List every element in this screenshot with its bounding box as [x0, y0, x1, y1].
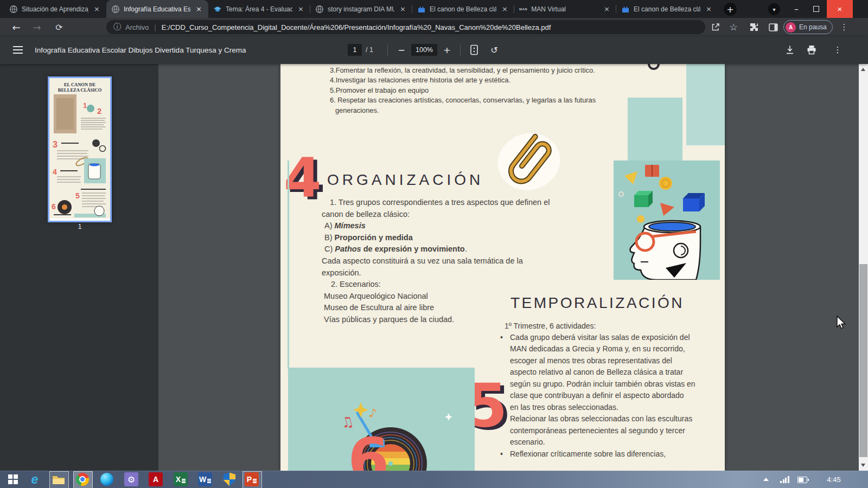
svg-text:5: 5 [75, 191, 80, 200]
tab-search-button[interactable]: ▾ [768, 3, 780, 15]
tab-canon-belleza-2[interactable]: El canon de Belleza clási × [616, 0, 718, 18]
ie-glyph: e [31, 472, 39, 487]
tab-story-instagram[interactable]: story instagram DIA MU × [310, 0, 412, 18]
pdf-menu-button[interactable] [13, 46, 23, 54]
scroll-down-arrow[interactable] [861, 464, 865, 467]
page-number-input[interactable]: 1 [348, 44, 362, 56]
section-heading-organizacion: ORGANIZACIÓN [327, 171, 483, 189]
deco-teal-band [628, 98, 682, 160]
tab-infografia-active[interactable]: Infografía Educativa Esc × [106, 0, 208, 18]
scrollbar-thumb[interactable] [859, 264, 867, 457]
address-bar[interactable]: ⓘ Archivo | E:/CDD_Curso_Competencia_Dig… [106, 20, 705, 34]
gear-icon: ⚙ [124, 472, 138, 486]
browser-menu-button[interactable]: ⋮ [838, 18, 851, 36]
network-icon[interactable] [780, 476, 789, 483]
puzzle-icon [749, 22, 759, 32]
internet-explorer-icon[interactable]: e [27, 472, 42, 487]
tab-close-icon[interactable]: × [92, 5, 101, 13]
tab-situacion[interactable]: Situación de Aprendizaje × [4, 0, 106, 18]
new-tab-button[interactable]: + [724, 3, 737, 16]
rotate-button[interactable]: ↺ [487, 36, 501, 64]
head-illustration [614, 160, 720, 280]
chrome-icon[interactable] [75, 472, 90, 487]
svg-text:3: 3 [53, 140, 58, 149]
tab-title: Infografía Educativa Esc [124, 5, 190, 13]
doc-line: Cada grupo deberá visitar las salas de e… [510, 333, 690, 342]
browser-window: Situación de Aprendizaje × Infografía Ed… [0, 0, 868, 488]
svg-text:EL CANON DE: EL CANON DE [64, 82, 95, 87]
time-label: 4:45 [827, 476, 840, 484]
tab-close-icon[interactable]: × [398, 5, 407, 13]
side-panel-button[interactable] [766, 18, 780, 36]
word-icon[interactable]: W [197, 472, 213, 487]
back-button[interactable]: ← [8, 18, 25, 36]
tab-moodle-area4[interactable]: Tema: Área 4 - Evaluació × [208, 0, 310, 18]
tab-strip: Situación de Aprendizaje × Infografía Ed… [0, 0, 868, 18]
doc-line: MAN dedicadas a Grecia y Roma y, en su r… [510, 344, 685, 353]
section-number-4: 4 [284, 151, 322, 205]
scroll-up-arrow[interactable] [861, 68, 865, 71]
doc-line: 1º Trimestre, 6 actividades: [505, 322, 596, 330]
profile-chip[interactable]: A En pausa [783, 20, 833, 34]
sheet-lines [182, 479, 186, 480]
tab-close-icon[interactable]: × [194, 5, 203, 13]
tab-close-icon[interactable]: × [602, 5, 611, 13]
tab-title: Situación de Aprendizaje [22, 5, 88, 13]
share-button[interactable] [709, 18, 723, 36]
tab-man-virtual[interactable]: MAN MAN Virtual × [514, 0, 616, 18]
tab-title: El canon de Belleza clási [634, 5, 700, 13]
svg-text:6: 6 [52, 202, 56, 211]
minimize-button[interactable]: – [788, 0, 805, 18]
doc-line: aspecto relativo al canon de Belleza clá… [510, 368, 683, 376]
globe-icon [315, 5, 324, 14]
tab-separator [616, 5, 616, 13]
powerpoint-icon[interactable]: P [244, 472, 259, 487]
start-button[interactable] [5, 472, 21, 487]
tab-close-icon[interactable]: × [704, 5, 713, 13]
info-icon[interactable]: ⓘ [113, 22, 121, 32]
graduation-cap-icon [213, 5, 222, 14]
clock[interactable]: 4:45 [819, 471, 848, 488]
acrobat-logo: A [149, 472, 163, 486]
page-thumbnail[interactable]: EL CANON DE BELLEZA CLÁSICO 1 2 3 [48, 76, 112, 222]
battery-icon[interactable] [797, 477, 807, 483]
doc-line: escoger al menos tres obras representati… [510, 356, 672, 365]
bookmark-button[interactable]: ☆ [726, 18, 741, 36]
doc-lines [207, 479, 211, 480]
extensions-button[interactable] [746, 18, 762, 36]
deco-teal-line [288, 160, 289, 369]
maximize-restore-button[interactable] [807, 0, 825, 18]
edge-icon[interactable] [99, 472, 114, 487]
tab-separator [514, 5, 514, 13]
doc-line: escenario. [510, 438, 545, 446]
browser-toolbar: ← → ⟳ ⓘ Archivo | E:/CDD_Curso_Competenc… [0, 18, 868, 36]
chrome-center [80, 477, 85, 481]
settings-icon[interactable]: ⚙ [124, 472, 139, 487]
tab-close-icon[interactable]: × [500, 5, 509, 13]
man-favicon: MAN [519, 8, 527, 11]
doc-line: A) Mímesis [324, 221, 366, 230]
excel-icon[interactable]: X [173, 472, 188, 487]
file-explorer-icon[interactable] [51, 472, 66, 487]
close-window-button[interactable]: × [827, 0, 853, 18]
vertical-scrollbar[interactable] [859, 64, 868, 471]
tab-close-icon[interactable]: × [296, 5, 305, 13]
zoom-in-button[interactable]: + [441, 36, 454, 64]
forward-button[interactable]: → [28, 18, 46, 36]
print-button[interactable] [806, 36, 817, 64]
url-text: E:/CDD_Curso_Competencia_Digital_Docente… [162, 23, 551, 31]
tab-canon-belleza-1[interactable]: El canon de Belleza clási × [412, 0, 514, 18]
acrobat-icon[interactable]: A [148, 472, 163, 487]
section-heading-temporalizacion: TEMPORALIZACIÓN [510, 294, 684, 312]
download-icon [784, 44, 795, 55]
pdf-more-button[interactable]: ⋮ [831, 36, 844, 64]
fit-page-button[interactable] [469, 36, 480, 64]
zoom-out-button[interactable]: − [395, 36, 408, 64]
tray-expand-button[interactable] [762, 471, 770, 488]
defender-icon[interactable] [222, 472, 237, 487]
thumbnail-preview: EL CANON DE BELLEZA CLÁSICO 1 2 3 [49, 78, 110, 219]
windows-logo-icon [8, 474, 18, 484]
doc-line: en las tres obras seleccionadas. [510, 403, 618, 412]
download-button[interactable] [784, 36, 795, 64]
reload-button[interactable]: ⟳ [51, 18, 67, 36]
